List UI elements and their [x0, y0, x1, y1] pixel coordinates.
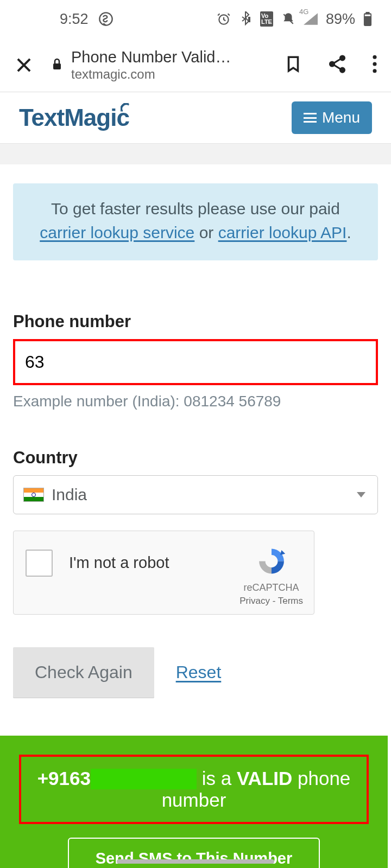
svg-point-10 [373, 55, 376, 59]
result-banner: +9163 is a VALID phone number Send SMS t… [0, 736, 388, 868]
india-flag-icon [23, 488, 44, 502]
svg-marker-13 [280, 550, 285, 555]
redacted-digits [91, 769, 197, 789]
battery-icon [363, 12, 372, 26]
menu-button[interactable]: Menu [292, 101, 372, 134]
lock-icon [51, 56, 64, 74]
page-title: Phone Number Valid… [71, 48, 273, 67]
gray-strip [0, 144, 391, 164]
site-logo[interactable]: TextMagic [19, 104, 129, 131]
browser-bar: Phone Number Valid… textmagic.com [0, 38, 391, 92]
status-bar: 9:52 VoLTE 4G 89% [0, 0, 391, 38]
recaptcha-brand: reCAPTCHA [239, 582, 303, 593]
phone-label: Phone number [13, 312, 378, 331]
svg-rect-6 [53, 63, 61, 69]
close-icon[interactable] [14, 55, 34, 75]
page-host: textmagic.com [71, 67, 273, 82]
country-label: Country [13, 448, 378, 468]
main-card: To get faster results please use our pai… [3, 164, 388, 868]
recaptcha-terms-link[interactable]: Terms [278, 596, 303, 606]
notice-banner: To get faster results please use our pai… [13, 183, 378, 260]
phone-input[interactable] [13, 339, 378, 385]
country-value: India [52, 486, 87, 504]
signal-icon: 4G [304, 13, 318, 25]
battery-percent: 89% [326, 11, 355, 28]
carrier-lookup-api-link[interactable]: carrier lookup API [218, 224, 347, 241]
hamburger-icon [304, 113, 317, 123]
bluetooth-icon [239, 11, 252, 27]
recaptcha-icon [255, 546, 288, 576]
chevron-down-icon [357, 492, 365, 497]
svg-rect-2 [248, 17, 250, 22]
svg-point-11 [373, 62, 376, 66]
svg-point-12 [373, 69, 376, 73]
result-text: +9163 is a VALID phone number [19, 755, 369, 824]
menu-label: Menu [322, 109, 360, 126]
bookmark-icon[interactable] [284, 53, 302, 77]
site-header: TextMagic Menu [0, 92, 391, 144]
alarm-icon [217, 12, 231, 26]
recaptcha-privacy-link[interactable]: Privacy [239, 596, 270, 606]
mute-icon [281, 12, 295, 26]
reset-link[interactable]: Reset [176, 662, 222, 682]
svg-rect-5 [365, 15, 371, 16]
check-again-button[interactable]: Check Again [13, 647, 154, 698]
share-icon[interactable] [327, 54, 348, 76]
status-time: 9:52 [60, 11, 89, 28]
url-block[interactable]: Phone Number Valid… textmagic.com [71, 48, 273, 82]
recaptcha-label: I'm not a robot [69, 554, 239, 572]
home-indicator[interactable] [117, 859, 274, 864]
carrier-lookup-service-link[interactable]: carrier lookup service [40, 224, 194, 241]
phone-example: Example number (India): 081234 56789 [13, 393, 378, 410]
kebab-menu-icon[interactable] [372, 55, 377, 75]
recaptcha-checkbox[interactable] [26, 550, 53, 577]
country-select[interactable]: India [13, 475, 378, 514]
recaptcha-widget: I'm not a robot reCAPTCHA Privacy - Term… [13, 531, 314, 615]
volte-icon: VoLTE [260, 11, 273, 27]
svg-rect-4 [365, 12, 369, 14]
whatsapp-icon [98, 11, 113, 27]
